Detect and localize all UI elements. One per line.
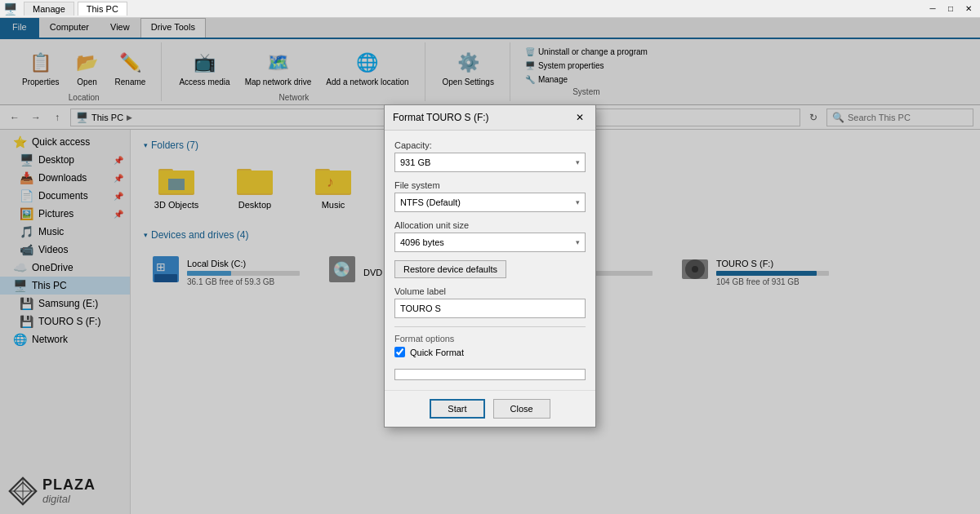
filesystem-chevron: ▾ [576,198,580,206]
volume-label-input[interactable] [394,299,586,318]
capacity-chevron: ▾ [576,158,580,166]
filesystem-label: File system [394,180,586,190]
logo-plaza-text: PLAZA [42,477,96,494]
close-dialog-button[interactable]: Close [493,399,550,419]
volume-label-label: Volume label [394,286,586,296]
format-options-label: Format options [394,334,586,343]
logo-area: PLAZA digital [8,476,96,506]
title-bar: 🖥️ Manage This PC ─ □ ✕ [0,0,980,18]
format-dialog: Format TOURO S (F:) ✕ Capacity: 931 GB ▾… [384,104,596,428]
start-button[interactable]: Start [430,399,484,419]
modal-title: Format TOURO S (F:) [393,112,489,123]
restore-defaults-button[interactable]: Restore device defaults [394,260,506,278]
filesystem-value: NTFS (Default) [400,197,461,207]
capacity-field: Capacity: 931 GB ▾ [394,140,586,172]
filesystem-field: File system NTFS (Default) ▾ [394,180,586,212]
allocation-label: Allocation unit size [394,220,586,230]
title-tab-thispc[interactable]: This PC [78,2,127,16]
allocation-select[interactable]: 4096 bytes ▾ [394,233,586,252]
modal-overlay: Format TOURO S (F:) ✕ Capacity: 931 GB ▾… [0,18,980,514]
modal-body: Capacity: 931 GB ▾ File system NTFS (Def… [385,131,595,390]
allocation-chevron: ▾ [576,238,580,246]
window-icon: 🖥️ [3,2,17,16]
logo-diamond-icon [8,476,38,506]
minimize-button[interactable]: ─ [924,1,941,17]
title-tab-manage[interactable]: Manage [24,2,74,16]
window-controls: ─ □ ✕ [924,1,977,17]
logo-digital-text: digital [42,494,96,505]
allocation-field: Allocation unit size 4096 bytes ▾ [394,220,586,252]
format-options-group: Format options Quick Format [394,326,586,357]
quick-format-checkbox[interactable] [394,347,405,357]
logo-text: PLAZA digital [42,477,96,505]
capacity-value: 931 GB [400,157,430,167]
capacity-select[interactable]: 931 GB ▾ [394,153,586,172]
quick-format-row: Quick Format [394,347,586,357]
progress-bar [394,369,586,380]
close-button[interactable]: ✕ [960,1,977,17]
volume-label-field: Volume label [394,286,586,318]
title-tabs: 🖥️ Manage This PC [3,2,924,16]
quick-format-label: Quick Format [410,348,464,357]
modal-footer: Start Close [385,390,595,427]
maximize-button[interactable]: □ [942,1,959,17]
allocation-value: 4096 bytes [400,237,444,247]
capacity-label: Capacity: [394,140,586,150]
filesystem-select[interactable]: NTFS (Default) ▾ [394,193,586,212]
modal-title-bar: Format TOURO S (F:) ✕ [385,105,595,131]
modal-close-button[interactable]: ✕ [572,110,587,125]
